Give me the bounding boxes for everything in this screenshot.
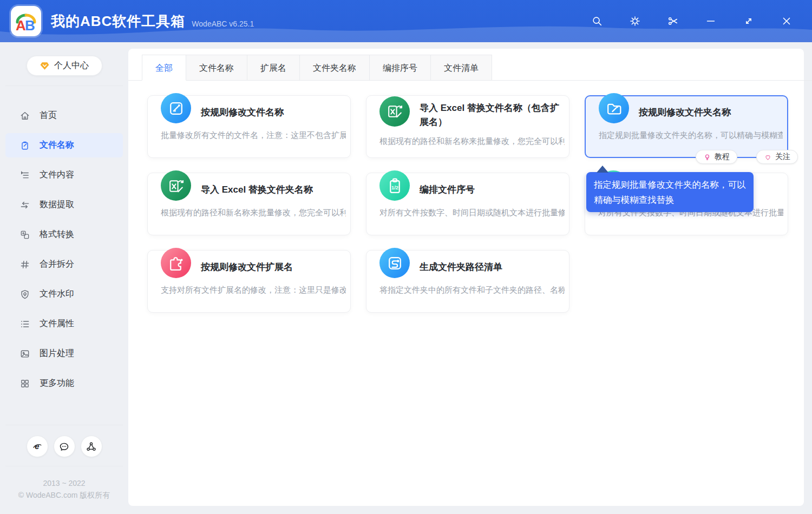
share-button[interactable] — [81, 436, 102, 457]
image-icon — [19, 348, 30, 359]
profile-center-label: 个人中心 — [54, 60, 89, 71]
card-description: 将指定文件夹中的所有文件和子文件夹的路径、名称等 — [379, 285, 565, 295]
file-content-icon — [19, 170, 30, 181]
tab-label: 扩展名 — [260, 63, 286, 73]
sidebar-item-label: 合并拆分 — [40, 259, 74, 270]
profile-center-button[interactable]: 个人中心 — [27, 56, 102, 76]
tab-文件清单[interactable]: 文件清单 — [430, 55, 492, 81]
tab-文件名称[interactable]: 文件名称 — [186, 55, 247, 81]
browser-button[interactable] — [27, 436, 48, 457]
sidebar-item-image-process[interactable]: 图片处理 — [5, 341, 123, 366]
sidebar-item-home[interactable]: 首页 — [5, 103, 123, 128]
card-header: 导入 Excel 替换文件夹名称 — [148, 179, 350, 201]
card-title: 导入 Excel 替换文件名称（包含扩展名） — [420, 101, 561, 129]
card-title: 编排文件序号 — [420, 183, 475, 197]
folder-edit-icon — [604, 98, 624, 118]
app-logo: A B — [11, 6, 41, 36]
scissors-icon — [667, 15, 679, 27]
app-version: WodeABC v6.25.1 — [192, 19, 254, 28]
card-description: 指定规则批量修改文件夹的名称，可以精确与模糊查找替换 — [599, 130, 783, 141]
tab-全部[interactable]: 全部 — [142, 55, 186, 81]
sidebar-item-label: 文件内容 — [40, 169, 74, 181]
settings-button[interactable] — [625, 11, 645, 31]
card-excel-rename-folders[interactable]: 导入 Excel 替换文件夹名称根据现有的路径和新名称来批量修改，您完全可以利用 — [147, 173, 351, 235]
card-title: 按规则修改文件夹名称 — [639, 106, 731, 120]
sidebar-item-merge-split[interactable]: 合并拆分 — [5, 252, 123, 276]
edit-square-icon — [166, 98, 186, 118]
sidebar-item-label: 更多功能 — [40, 378, 74, 389]
bulb-icon — [703, 153, 711, 161]
card-header: 导入 Excel 替换文件名称（包含扩展名） — [366, 101, 569, 129]
app-title: 我的ABC软件工具箱 — [51, 12, 185, 31]
share-icon — [86, 441, 97, 452]
tab-扩展名[interactable]: 扩展名 — [247, 55, 300, 81]
tab-编排序号[interactable]: 编排序号 — [369, 55, 431, 81]
watermark-icon — [19, 289, 30, 300]
tooltip: 指定规则批量修改文件夹的名称，可以精确与模糊查找替换 — [586, 172, 754, 212]
card-change-extensions[interactable]: 按规则修改文件扩展名支持对所有文件扩展名的修改，注意：这里只是修改扩展名 — [147, 250, 351, 313]
card-description: 批量修改所有文件的文件名，注意：这里不包含扩展名 — [161, 130, 346, 141]
file-name-icon — [19, 140, 30, 151]
copyright-owner: © WodeABC.com 版权所有 — [0, 489, 128, 501]
sidebar-footer: 2013 ~ 2022 © WodeABC.com 版权所有 — [0, 425, 128, 514]
tab-label: 文件清单 — [444, 63, 479, 73]
copyright: 2013 ~ 2022 © WodeABC.com 版权所有 — [0, 466, 128, 514]
tutorial-button[interactable]: 教程 — [696, 150, 737, 164]
minimize-button[interactable] — [700, 11, 721, 31]
browser-e-icon — [31, 441, 43, 452]
sidebar-nav: 首页文件名称文件内容数据提取格式转换合并拆分文件水印文件属性图片处理更多功能 — [0, 98, 128, 396]
card-title: 导入 Excel 替换文件夹名称 — [201, 183, 313, 197]
card-description: 对所有文件按数字、时间日期或随机文本进行批量修改 — [379, 208, 565, 218]
card-description: 根据现有的路径和新名称来批量修改，您完全可以利用 — [379, 136, 565, 147]
tab-label: 文件名称 — [199, 63, 234, 73]
follow-label: 关注 — [775, 152, 790, 162]
card-number-files[interactable]: 编排文件序号对所有文件按数字、时间日期或随机文本进行批量修改 — [366, 173, 569, 235]
sidebar-item-file-attrs[interactable]: 文件属性 — [5, 312, 123, 336]
sidebar-item-watermark[interactable]: 文件水印 — [5, 282, 123, 306]
tab-label: 文件夹名称 — [313, 63, 356, 73]
sidebar-item-file-name[interactable]: 文件名称 — [5, 133, 123, 157]
close-button[interactable] — [776, 11, 797, 31]
card-description: 根据现有的路径和新名称来批量修改，您完全可以利用 — [161, 208, 346, 218]
minimize-icon — [705, 15, 717, 27]
maximize-button[interactable] — [738, 11, 759, 31]
sidebar-item-label: 数据提取 — [40, 199, 74, 210]
route-list-badge — [379, 248, 410, 278]
route-list-icon — [385, 253, 405, 273]
chat-icon — [58, 441, 70, 452]
card-title: 生成文件夹路径清单 — [420, 260, 502, 274]
sidebar: 个人中心 首页文件名称文件内容数据提取格式转换合并拆分文件水印文件属性图片处理更… — [0, 42, 128, 514]
sidebar-item-format-convert[interactable]: 格式转换 — [5, 222, 123, 247]
category-tabs: 全部文件名称扩展名文件夹名称编排序号文件清单 — [142, 49, 804, 81]
card-rename-files[interactable]: 按规则修改文件名称批量修改所有文件的文件名，注意：这里不包含扩展名 — [147, 95, 351, 158]
card-header: 按规则修改文件名称 — [148, 101, 350, 123]
sidebar-item-data-extract[interactable]: 数据提取 — [5, 193, 123, 217]
tab-文件夹名称[interactable]: 文件夹名称 — [299, 55, 370, 81]
feedback-button[interactable] — [54, 436, 75, 457]
format-convert-icon — [19, 229, 30, 240]
data-extract-icon — [19, 200, 30, 210]
card-header: 按规则修改文件夹名称 — [586, 101, 787, 123]
follow-button[interactable]: 关注 — [756, 150, 798, 164]
card-title: 按规则修改文件名称 — [201, 106, 284, 120]
search-icon — [591, 15, 603, 27]
excel-edit-icon — [166, 176, 186, 196]
puzzle-edit-badge — [161, 248, 191, 278]
close-icon — [781, 15, 793, 27]
card-excel-rename-files[interactable]: 导入 Excel 替换文件名称（包含扩展名）根据现有的路径和新名称来批量修改，您… — [366, 95, 569, 158]
card-rename-folders[interactable]: 按规则修改文件夹名称指定规则批量修改文件夹的名称，可以精确与模糊查找替换教程关注 — [585, 95, 788, 158]
card-folder-path-list[interactable]: 生成文件夹路径清单将指定文件夹中的所有文件和子文件夹的路径、名称等 — [366, 250, 569, 313]
file-attrs-icon — [19, 319, 30, 330]
sidebar-item-label: 图片处理 — [40, 348, 74, 359]
sidebar-item-label: 首页 — [40, 110, 57, 121]
sidebar-item-label: 格式转换 — [40, 229, 74, 240]
puzzle-edit-icon — [166, 253, 186, 273]
sidebar-item-file-content[interactable]: 文件内容 — [5, 163, 123, 187]
copyright-years: 2013 ~ 2022 — [0, 477, 128, 489]
sidebar-item-label: 文件属性 — [40, 318, 74, 330]
search-button[interactable] — [587, 11, 607, 31]
card-header: 编排文件序号 — [366, 179, 569, 201]
titlebar: A B 我的ABC软件工具箱 WodeABC v6.25.1 — [0, 0, 812, 42]
snip-button[interactable] — [663, 11, 683, 31]
sidebar-item-more[interactable]: 更多功能 — [5, 371, 123, 396]
